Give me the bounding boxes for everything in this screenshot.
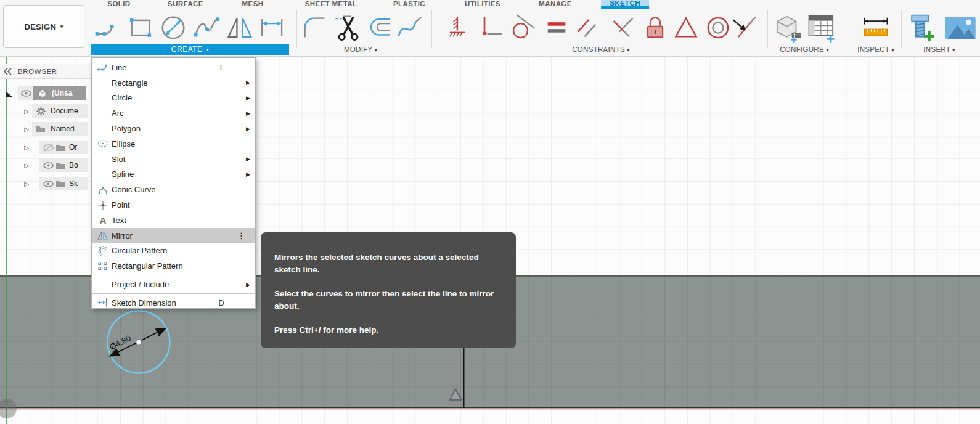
sketch-dimension-button[interactable] [257, 12, 287, 44]
tab-manage[interactable]: MANAGE [539, 0, 572, 9]
configure-table-button[interactable] [805, 12, 838, 44]
toolbar-separator [901, 10, 902, 48]
constraint-symmetry-button[interactable] [671, 12, 701, 44]
expand-arrow-icon[interactable]: ▷ [21, 144, 32, 151]
menu-separator [92, 293, 255, 294]
modify-fillet-button[interactable] [300, 12, 329, 44]
browser-row-document-root[interactable]: (Unsa [5, 86, 86, 100]
conic-curve-icon [96, 185, 110, 195]
dimension-value[interactable]: Ø4.80 [108, 333, 133, 352]
constraints-group-dropdown[interactable]: CONSTRAINTS ▾ [572, 46, 630, 53]
constraint-concentric-button[interactable] [703, 12, 733, 44]
expand-arrow-icon[interactable]: ▷ [21, 108, 32, 115]
expand-arrow-icon[interactable]: ▷ [21, 181, 32, 187]
submenu-arrow-icon: ▶ [246, 126, 250, 132]
point-icon [96, 200, 110, 210]
menu-item-text[interactable]: A Text [92, 213, 255, 228]
menu-item-project-include[interactable]: Project / Include ▶ [92, 277, 255, 292]
tab-solid[interactable]: SOLID [107, 0, 130, 9]
insert-group-dropdown[interactable]: INSERT ▾ [923, 46, 955, 53]
insert-fastener-button[interactable] [905, 12, 938, 44]
sketch-spline-button[interactable] [192, 12, 222, 44]
shortcut-key: L [220, 63, 224, 72]
menu-item-arc[interactable]: Arc ▶ [92, 105, 255, 121]
inspect-measure-button[interactable] [859, 12, 892, 44]
constraint-parallel-button[interactable] [573, 12, 602, 44]
visibility-off-eye-icon[interactable] [42, 144, 54, 152]
tooltip-help-hint: Press Ctrl+/ for more help. [274, 324, 501, 336]
menu-item-polygon[interactable]: Polygon ▶ [92, 121, 255, 136]
browser-row-named-views[interactable]: ▷ Named [21, 122, 88, 136]
tab-plastic[interactable]: PLASTIC [393, 0, 425, 9]
browser-header: BROWSER [0, 64, 91, 79]
design-workspace-dropdown[interactable]: DESIGN ▾ [3, 5, 84, 48]
shortcut-key: D [219, 298, 224, 308]
menu-item-conic-curve[interactable]: Conic Curve [92, 182, 255, 197]
browser-row-sketches[interactable]: ▷ Sk [21, 177, 88, 190]
modify-trim-button[interactable] [333, 12, 363, 44]
sketch-line-button[interactable] [93, 12, 123, 44]
menu-item-mirror[interactable]: Mirror ⋮ [92, 228, 255, 243]
symmetry-marker-icon [450, 389, 462, 401]
line-icon [96, 62, 110, 72]
configure-group-label: CONFIGURE [780, 46, 824, 53]
tab-utilities[interactable]: UTILITIES [465, 0, 500, 9]
menu-item-line[interactable]: Line L [92, 60, 255, 75]
create-group-dropdown[interactable]: CREATE ▾ [91, 44, 289, 55]
tab-mesh[interactable]: MESH [242, 0, 264, 9]
menu-item-point[interactable]: Point [92, 197, 255, 213]
visibility-eye-icon[interactable] [20, 90, 32, 97]
menu-item-rectangle[interactable]: Rectangle ▶ [92, 75, 255, 91]
sketch-rectangle-button[interactable] [126, 12, 155, 44]
constraint-equal-button[interactable] [542, 12, 571, 44]
mirror-icon [96, 230, 110, 240]
submenu-arrow-icon: ▶ [246, 80, 250, 86]
component-cube-icon [36, 88, 48, 99]
modify-break-button[interactable] [395, 12, 425, 44]
mirror-tooltip: Mirrors the selected sketch curves about… [261, 232, 516, 348]
browser-row-bodies[interactable]: ▷ Bo [21, 158, 88, 172]
menu-item-circle[interactable]: Circle ▶ [92, 91, 255, 106]
tab-sketch[interactable]: SKETCH [601, 0, 649, 9]
rectangular-pattern-icon [96, 261, 110, 271]
folder-icon [35, 125, 47, 133]
collapse-node-icon[interactable] [5, 89, 13, 97]
constraint-perpendicular-button[interactable] [608, 12, 637, 44]
menu-item-slot[interactable]: Slot ▶ [92, 152, 255, 167]
constraint-fix-button[interactable] [443, 12, 473, 44]
expand-arrow-icon[interactable]: ▷ [21, 162, 32, 169]
submenu-arrow-icon: ▶ [246, 282, 250, 288]
tooltip-instructions: Select the curves to mirror then select … [274, 288, 501, 312]
collapse-panel-icon[interactable] [4, 68, 12, 75]
menu-item-sketch-dimension[interactable]: Sketch Dimension D [92, 295, 255, 311]
configure-group-dropdown[interactable]: CONFIGURE ▾ [780, 46, 829, 53]
configure-design-button[interactable] [772, 12, 805, 44]
browser-row-origin[interactable]: ▷ Or [21, 141, 88, 154]
insert-group-label: INSERT [923, 46, 950, 53]
chevron-down-icon: ▾ [206, 47, 210, 52]
menu-item-ellipse[interactable]: Ellipse [92, 136, 255, 152]
visibility-eye-icon[interactable] [42, 181, 54, 187]
insert-image-button[interactable] [942, 12, 979, 44]
sketch-mirror-button[interactable] [225, 12, 255, 44]
options-kebab-icon[interactable]: ⋮ [237, 231, 245, 240]
menu-item-circular-pattern[interactable]: Circular Pattern [92, 243, 255, 259]
create-group-label: CREATE [171, 45, 203, 54]
modify-group-dropdown[interactable]: MODIFY ▾ [344, 46, 377, 53]
menu-item-rectangular-pattern[interactable]: Rectangular Pattern [92, 258, 255, 274]
circle-center-point[interactable] [136, 340, 142, 345]
constraint-tangent-button[interactable] [508, 12, 537, 44]
inspect-group-dropdown[interactable]: INSPECT ▾ [857, 46, 894, 53]
constraint-vertical-horizontal-button[interactable] [476, 12, 506, 44]
expand-arrow-icon[interactable]: ▷ [21, 126, 32, 132]
tab-sheet-metal[interactable]: SHEET METAL [305, 0, 357, 9]
tab-surface[interactable]: SURFACE [168, 0, 203, 9]
modify-offset-button[interactable] [365, 12, 395, 44]
visibility-eye-icon[interactable] [42, 162, 54, 169]
sketch-circle-button[interactable] [158, 12, 188, 44]
browser-row-document-settings[interactable]: ▷ Docume [21, 104, 88, 118]
origin-point[interactable] [0, 399, 17, 418]
menu-item-spline[interactable]: Spline ▶ [92, 167, 255, 182]
constraint-lock-button[interactable] [640, 12, 670, 44]
constraint-midpoint-button[interactable] [729, 12, 759, 44]
